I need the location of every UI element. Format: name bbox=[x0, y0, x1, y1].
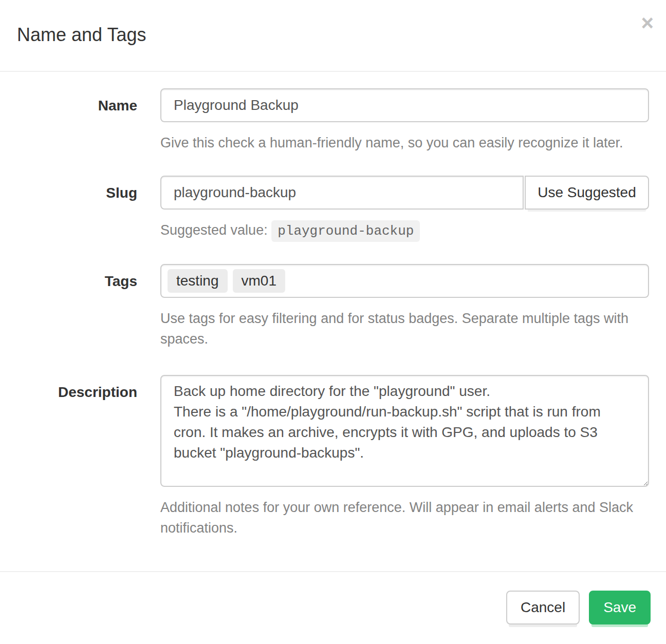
slug-suggested-value: playground-backup bbox=[271, 220, 420, 242]
tags-controls: testing vm01 Use tags for easy filtering… bbox=[160, 264, 649, 349]
slug-field-group: Slug Use Suggested Suggested value: play… bbox=[17, 176, 649, 241]
use-suggested-button[interactable]: Use Suggested bbox=[525, 176, 649, 210]
tags-help-text: Use tags for easy filtering and for stat… bbox=[160, 308, 649, 349]
modal-footer: Cancel Save bbox=[0, 571, 666, 642]
name-and-tags-modal: Name and Tags × Name Give this check a h… bbox=[0, 0, 666, 644]
description-controls: Back up home directory for the "playgrou… bbox=[160, 375, 649, 538]
name-field-group: Name Give this check a human-friendly na… bbox=[17, 88, 649, 153]
save-button[interactable]: Save bbox=[589, 591, 651, 624]
slug-input[interactable] bbox=[160, 176, 524, 210]
tag-chip: vm01 bbox=[233, 269, 285, 293]
tags-input[interactable]: testing vm01 bbox=[160, 264, 649, 298]
slug-suggested-line: Suggested value: playground-backup bbox=[160, 220, 649, 241]
modal-header: Name and Tags × bbox=[0, 0, 666, 72]
modal-body: Name Give this check a human-friendly na… bbox=[0, 72, 666, 571]
slug-controls: Use Suggested Suggested value: playgroun… bbox=[160, 176, 649, 241]
tags-label: Tags bbox=[17, 264, 137, 290]
name-input[interactable] bbox=[160, 88, 649, 122]
description-textarea[interactable]: Back up home directory for the "playgrou… bbox=[160, 375, 649, 487]
tag-chip: testing bbox=[168, 269, 228, 293]
cancel-button[interactable]: Cancel bbox=[506, 591, 580, 624]
modal-title: Name and Tags bbox=[17, 24, 649, 46]
tags-field-group: Tags testing vm01 Use tags for easy filt… bbox=[17, 264, 649, 349]
name-controls: Give this check a human-friendly name, s… bbox=[160, 88, 649, 153]
description-label: Description bbox=[17, 375, 137, 401]
name-help-text: Give this check a human-friendly name, s… bbox=[160, 132, 649, 153]
slug-suggested-prefix: Suggested value: bbox=[160, 222, 268, 238]
close-icon: × bbox=[641, 11, 654, 35]
description-field-group: Description Back up home directory for t… bbox=[17, 375, 649, 538]
close-button[interactable]: × bbox=[641, 12, 654, 34]
name-label: Name bbox=[17, 88, 137, 115]
slug-label: Slug bbox=[17, 176, 137, 202]
description-help-text: Additional notes for your own reference.… bbox=[160, 497, 649, 538]
slug-input-group: Use Suggested bbox=[160, 176, 649, 210]
